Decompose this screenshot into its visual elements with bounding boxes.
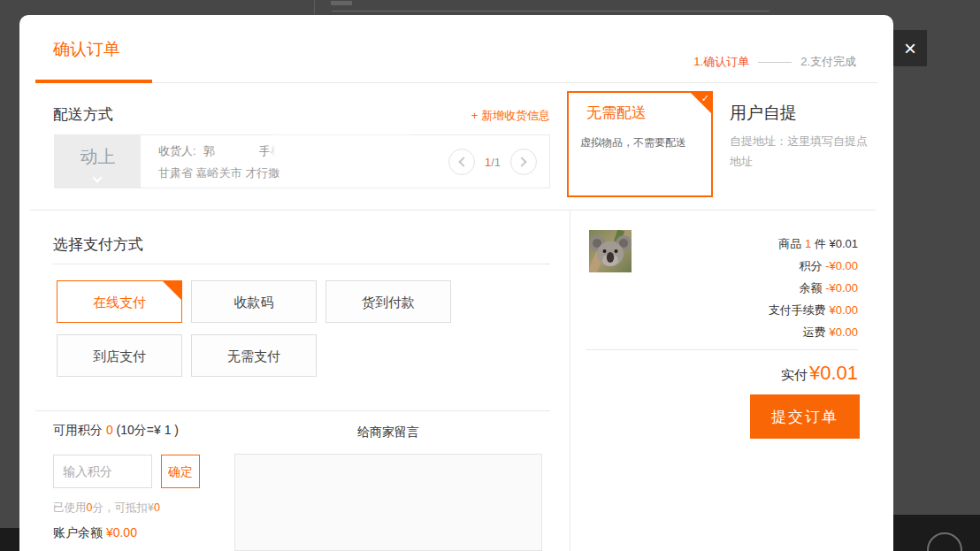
summary-row-shipping: 运费 ¥0.00 [586, 321, 858, 343]
check-icon: ✓ [701, 93, 709, 104]
merchant-message-label: 给商家留言 [234, 425, 542, 440]
option-desc: 虚拟物品，不需要配送 [580, 135, 686, 150]
pager-next-icon[interactable] [510, 149, 537, 175]
delivery-option-no-shipping[interactable]: 无需配送 虚拟物品，不需要配送 ✓ [567, 91, 713, 197]
close-icon[interactable]: × [893, 30, 927, 66]
payment-heading: 选择支付方式 [53, 234, 143, 255]
merchant-message-textarea[interactable] [234, 454, 542, 551]
background-divider [314, 0, 315, 15]
order-summary: 商品 1 件 ¥0.01 积分 -¥0.00 余额 -¥0.00 支付手续费 ¥… [586, 233, 858, 343]
summary-row-points: 积分 -¥0.00 [586, 255, 858, 277]
address-pager: 1/1 [448, 149, 537, 175]
option-title: 用户自提 [730, 102, 797, 125]
screen: × 确认订单 1.确认订单 2.支付完成 配送方式 + 新增收货信息 动上 收货… [0, 0, 980, 551]
page-title: 确认订单 [53, 38, 120, 61]
delivery-option-self-pickup[interactable]: 用户自提 自提地址：这里填写自提点地址 [730, 91, 882, 197]
background-footer-left [0, 528, 19, 551]
total-value: ¥0.01 [809, 362, 858, 384]
receiver-label: 收货人: [158, 143, 196, 159]
points-input[interactable] [53, 455, 152, 488]
points-used-line: 已使用0分，可抵扣¥0 [53, 501, 160, 516]
payment-option-instore[interactable]: 到店支付 [57, 334, 182, 377]
column-divider [570, 210, 570, 551]
address-tag[interactable]: 动上 [55, 135, 141, 187]
address-card[interactable]: 动上 收货人: 郭 手机: 甘肃省 嘉峪关市 才行撒 1/1 [54, 134, 550, 188]
step-confirm-order: 1.确认订单 [693, 54, 749, 70]
checkout-steps: 1.确认订单 2.支付完成 [693, 54, 856, 70]
header-divider [35, 82, 877, 83]
delivery-heading: 配送方式 [53, 104, 113, 125]
points-confirm-button[interactable]: 确定 [161, 455, 200, 488]
summary-row-fee: 支付手续费 ¥0.00 [586, 299, 858, 321]
address-region: 甘肃省 嘉峪关市 才行撒 [158, 165, 285, 181]
add-address-link[interactable]: + 新增收货信息 [471, 108, 550, 124]
check-icon: ✓ [172, 281, 180, 324]
chevron-down-icon [92, 172, 102, 182]
option-title: 无需配送 [586, 103, 647, 123]
option-desc: 自提地址：这里填写自提点地址 [730, 132, 873, 172]
section-divider [30, 210, 876, 210]
pager-prev-icon[interactable] [448, 149, 475, 175]
payment-option-nopay[interactable]: 无需支付 [191, 334, 317, 377]
address-info: 收货人: 郭 手机: 甘肃省 嘉峪关市 才行撒 [158, 143, 285, 181]
pager-indicator: 1/1 [485, 156, 501, 169]
points-available-line: 可用积分 0 (10分=¥ 1 ) [53, 423, 179, 439]
summary-row-balance: 余额 -¥0.00 [586, 277, 858, 299]
confirm-order-modal: 确认订单 1.确认订单 2.支付完成 配送方式 + 新增收货信息 动上 收货人:… [19, 15, 893, 551]
submit-order-button[interactable]: 提交订单 [750, 394, 860, 439]
points-available-value: 0 [106, 423, 113, 437]
step-payment-done: 2.支付完成 [800, 54, 856, 70]
account-balance-line: 账户余额 ¥0.00 [53, 525, 137, 541]
total-line: 实付¥0.01 [586, 362, 858, 385]
account-balance-value: ¥0.00 [106, 525, 137, 540]
address-tag-label: 动上 [55, 145, 141, 169]
summary-divider [586, 349, 858, 350]
background-rule [332, 11, 769, 11]
payment-heading-divider [53, 264, 550, 264]
step-connector [758, 62, 792, 63]
receiver-name: 郭 [203, 143, 215, 159]
phone-redaction [275, 140, 410, 164]
background-text-fragment [331, 1, 352, 5]
payment-option-online[interactable]: 在线支付 ✓ [57, 280, 182, 323]
payment-option-cod[interactable]: 货到付款 [325, 280, 451, 323]
header-accent-bar [35, 80, 152, 83]
payment-option-label: 在线支付 [93, 295, 146, 310]
points-divider [35, 410, 550, 411]
summary-row-product: 商品 1 件 ¥0.01 [586, 233, 858, 255]
payment-option-qrcode[interactable]: 收款码 [191, 280, 317, 323]
